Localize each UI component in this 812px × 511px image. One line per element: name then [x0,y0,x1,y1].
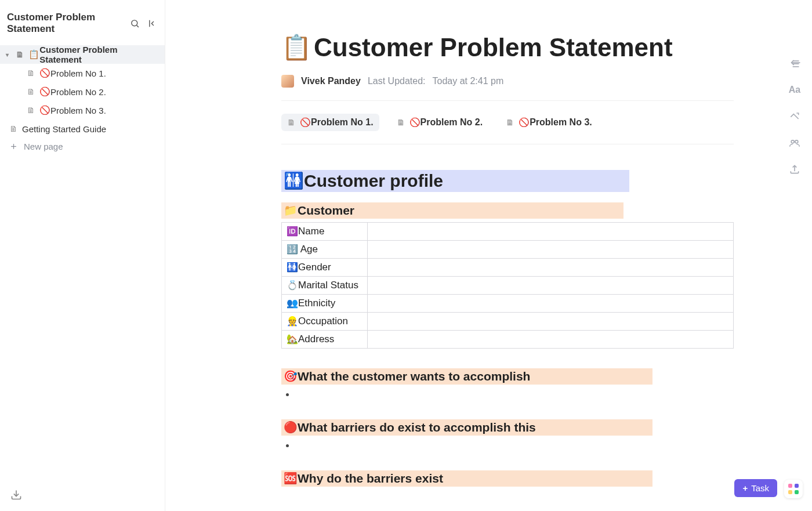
table-cell-value[interactable] [368,222,734,240]
sidebar-item-label: Problem No 1. [50,68,106,78]
sidebar-item-guide[interactable]: 🗎 Getting Started Guide [0,119,165,138]
main-content: 📋Customer Problem Statement Vivek Pandey… [165,0,777,511]
no-entry-icon: 🚫 [409,117,420,127]
sidebar: Customer Problem Statement ▾ 🗎 📋Customer… [0,0,165,511]
target-icon: 🎯 [284,369,298,383]
customer-profile-table: 🆔Name🔢 Age🚻Gender💍Marital Status👥Ethnici… [281,222,734,349]
table-cell-key[interactable]: 👥Ethnicity [282,294,368,312]
field-emoji-icon: 🚻 [287,262,298,272]
sidebar-item-label: Getting Started Guide [22,124,106,134]
font-style-icon[interactable]: Aa [789,85,800,95]
sidebar-item-problem-1[interactable]: 🗎 🚫Problem No 1. [0,64,165,82]
workspace-title: Customer Problem Statement [7,12,130,35]
table-cell-value[interactable] [368,294,734,312]
doc-icon: 🗎 [26,87,36,96]
table-cell-value[interactable] [368,312,734,330]
table-row: 🔢 Age [282,240,734,258]
new-page-button[interactable]: New page [0,138,165,155]
updated-value: Today at 2:41 pm [433,76,504,86]
field-label: Age [298,244,318,255]
table-cell-value[interactable] [368,330,734,348]
table-cell-key[interactable]: 🚻Gender [282,258,368,276]
table-cell-key[interactable]: 🏡Address [282,330,368,348]
divider [281,100,734,101]
table-row: 💍Marital Status [282,276,734,294]
section-customer-profile: 🚻Customer profile [281,170,629,192]
new-page-label: New page [24,142,63,151]
avatar[interactable] [281,75,294,88]
section-why: 🆘Why do the barriers exist [281,470,652,487]
doc-icon: 🗎 [8,124,19,133]
table-cell-key[interactable]: 💍Marital Status [282,276,368,294]
field-emoji-icon: 💍 [287,280,298,290]
no-entry-icon: 🚫 [39,86,50,97]
task-button-label: Task [751,483,769,493]
svg-point-12 [791,140,794,143]
table-cell-key[interactable]: 🆔Name [282,222,368,240]
field-label: Marital Status [298,280,358,291]
table-row: 👥Ethnicity [282,294,734,312]
linked-page-2[interactable]: 🗎 🚫Problem No 2. [391,114,489,131]
field-emoji-icon: 🏡 [287,334,298,344]
doc-icon: 🗎 [397,118,405,127]
table-cell-value[interactable] [368,240,734,258]
no-entry-icon: 🚫 [519,117,530,127]
svg-line-1 [137,25,139,27]
sos-icon: 🆘 [284,472,298,485]
expand-icon[interactable] [790,58,802,67]
right-rail: Aa [777,0,812,511]
import-icon[interactable] [10,489,22,501]
table-cell-key[interactable]: 🔢 Age [282,240,368,258]
section-customer: 📁Customer [281,202,624,219]
search-icon[interactable] [130,19,140,28]
collapse-sidebar-icon[interactable] [148,19,158,28]
collaborators-icon[interactable] [789,137,800,148]
linked-page-1[interactable]: 🗎 🚫Problem No 1. [281,114,379,131]
doc-icon: 🗎 [506,118,514,127]
linked-pages-row: 🗎 🚫Problem No 1. 🗎 🚫Problem No 2. 🗎 🚫Pro… [281,114,734,131]
table-cell-value[interactable] [368,276,734,294]
no-entry-icon: 🚫 [39,105,50,115]
linked-page-3[interactable]: 🗎 🚫Problem No 3. [500,114,598,131]
page-meta: Vivek Pandey Last Updated: Today at 2:41… [281,75,734,88]
plus-icon [9,142,18,151]
sidebar-item-label: Problem No 2. [50,87,106,97]
red-circle-icon: 🔴 [284,421,298,434]
field-emoji-icon: 👷 [287,316,298,326]
sidebar-item-problem-2[interactable]: 🗎 🚫Problem No 2. [0,82,165,101]
table-row: 🏡Address [282,330,734,348]
field-label: Gender [298,262,331,273]
field-emoji-icon: 👥 [287,298,298,308]
list-item[interactable] [295,440,734,451]
sidebar-item-label: Problem No 3. [50,106,106,115]
svg-point-0 [132,20,137,26]
table-row: 🚻Gender [282,258,734,276]
sidebar-item-root[interactable]: ▾ 🗎 📋Customer Problem Statement [0,45,165,64]
wants-list[interactable] [295,389,734,400]
svg-point-13 [795,140,798,143]
share-icon[interactable] [789,164,800,175]
plus-icon: + [742,483,748,493]
clipboard-icon: 📋 [281,33,311,62]
field-emoji-icon: 🔢 [287,244,298,254]
apps-icon[interactable] [784,480,803,498]
magic-icon[interactable] [789,110,800,122]
field-label: Address [298,334,334,345]
divider [281,144,734,144]
section-wants: 🎯What the customer wants to accomplish [281,368,652,385]
new-task-button[interactable]: + Task [734,479,777,497]
doc-icon: 🗎 [287,118,295,127]
restroom-icon: 🚻 [284,171,304,190]
field-emoji-icon: 🆔 [287,226,298,236]
sidebar-item-problem-3[interactable]: 🗎 🚫Problem No 3. [0,101,165,119]
author-name[interactable]: Vivek Pandey [301,76,361,86]
table-cell-value[interactable] [368,258,734,276]
caret-down-icon[interactable]: ▾ [3,52,12,58]
field-label: Ethnicity [298,298,335,309]
no-entry-icon: 🚫 [39,68,50,78]
table-row: 🆔Name [282,222,734,240]
barriers-list[interactable] [295,440,734,451]
table-cell-key[interactable]: 👷Occupation [282,312,368,330]
list-item[interactable] [295,389,734,400]
sidebar-header-actions [130,19,158,28]
